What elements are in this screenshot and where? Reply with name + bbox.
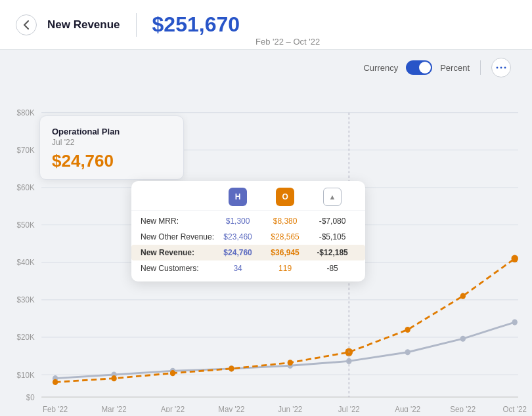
svg-text:Oct '22: Oct '22 — [503, 405, 527, 412]
compare-row-mrr: New MRR: $1,300 $8,380 -$7,080 — [131, 213, 365, 229]
header: New Revenue $251,670 Feb '22 – Oct '22 — [0, 0, 532, 50]
icon-h: H — [229, 188, 247, 206]
tooltip-date: Jul '22 — [52, 138, 171, 147]
new-revenue-label: New Revenue: — [141, 248, 214, 257]
svg-point-46 — [460, 293, 466, 299]
svg-text:Mar '22: Mar '22 — [101, 405, 126, 412]
compare-row-other-revenue: New Other Revenue: $23,460 $28,565 -$5,1… — [131, 229, 365, 245]
controls-divider — [480, 60, 481, 75]
customers-val-h: 34 — [214, 264, 261, 273]
tooltip-value: $24,760 — [52, 151, 171, 171]
svg-point-37 — [460, 336, 466, 342]
svg-text:$20K: $20K — [17, 333, 35, 343]
svg-text:Feb '22: Feb '22 — [43, 405, 68, 412]
svg-point-1 — [500, 67, 502, 69]
svg-text:$40K: $40K — [17, 258, 35, 268]
tooltip-plan-title: Operational Plan — [52, 127, 171, 136]
other-revenue-val-o: $28,565 — [261, 232, 309, 241]
svg-text:Sep '22: Sep '22 — [450, 405, 476, 412]
icon-a: ▲ — [323, 188, 342, 206]
svg-text:Jul '22: Jul '22 — [338, 405, 360, 412]
percent-label: Percent — [440, 63, 470, 73]
compare-row-new-revenue: New Revenue: $24,760 $36,945 -$12,185 — [131, 245, 365, 260]
controls-row: Currency Percent — [0, 58, 532, 83]
svg-point-43 — [288, 360, 293, 365]
gray-line — [55, 322, 515, 379]
svg-text:$60K: $60K — [17, 183, 35, 193]
svg-text:$10K: $10K — [17, 370, 35, 380]
toggle-thumb — [419, 62, 431, 73]
svg-point-38 — [512, 320, 517, 325]
svg-point-2 — [504, 67, 506, 69]
svg-text:$70K: $70K — [17, 146, 35, 156]
other-revenue-label: New Other Revenue: — [141, 232, 214, 241]
other-revenue-val-h: $23,460 — [214, 232, 261, 241]
back-button[interactable] — [16, 14, 37, 35]
svg-point-45 — [405, 327, 410, 333]
svg-text:Jun '22: Jun '22 — [278, 405, 302, 412]
mrr-label: New MRR: — [141, 217, 214, 226]
mrr-val-h: $1,300 — [214, 217, 261, 226]
svg-point-41 — [170, 370, 175, 376]
currency-percent-toggle[interactable] — [406, 60, 432, 75]
svg-point-36 — [405, 349, 410, 355]
svg-point-47 — [511, 255, 518, 262]
header-range: Feb '22 – Oct '22 — [255, 37, 320, 49]
mrr-val-o: $8,380 — [261, 217, 309, 226]
chart-svg-container: $80K $70K $60K $50K $40K $30K $20K $10K … — [0, 83, 532, 412]
svg-point-42 — [229, 365, 234, 371]
new-revenue-val-o: $36,945 — [261, 248, 309, 257]
main-container: New Revenue $251,670 Feb '22 – Oct '22 C… — [0, 0, 532, 416]
customers-val-a: -85 — [309, 264, 356, 273]
mrr-val-a: -$7,080 — [309, 217, 356, 226]
chart-area: Currency Percent — [0, 50, 532, 416]
tooltip-card: Operational Plan Jul '22 $24,760 — [39, 115, 184, 180]
other-revenue-val-a: -$5,105 — [309, 232, 356, 241]
page-title: New Revenue — [47, 18, 120, 31]
new-revenue-val-a: -$12,185 — [309, 248, 356, 257]
svg-point-0 — [497, 67, 499, 69]
currency-label: Currency — [363, 63, 398, 73]
compare-table: H O ▲ New MRR: $1,300 $8,380 -$7, — [131, 181, 365, 281]
svg-text:$0: $0 — [26, 392, 35, 402]
svg-point-39 — [53, 379, 58, 385]
header-divider — [136, 13, 137, 37]
compare-table-rows: New MRR: $1,300 $8,380 -$7,080 New Other… — [131, 211, 365, 281]
customers-val-o: 119 — [261, 264, 309, 273]
svg-text:$80K: $80K — [17, 108, 35, 118]
header-amount: $251,670 — [152, 12, 240, 37]
svg-text:$30K: $30K — [17, 295, 35, 305]
customers-label: New Customers: — [141, 264, 214, 273]
compare-row-customers: New Customers: 34 119 -85 — [131, 260, 365, 276]
svg-text:Aug '22: Aug '22 — [395, 405, 420, 412]
svg-text:Apr '22: Apr '22 — [161, 405, 185, 412]
icon-o: O — [276, 188, 294, 206]
svg-text:$50K: $50K — [17, 220, 35, 230]
new-revenue-val-h: $24,760 — [214, 248, 261, 257]
more-options-button[interactable] — [491, 58, 511, 77]
compare-table-header: H O ▲ — [131, 181, 365, 211]
svg-text:May '22: May '22 — [218, 405, 244, 412]
svg-point-40 — [111, 375, 116, 381]
